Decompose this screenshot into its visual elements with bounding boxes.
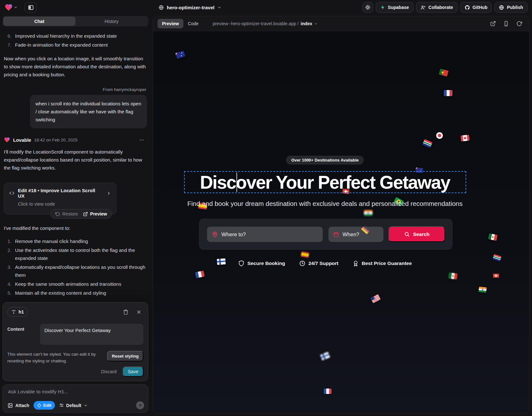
assistant-paragraph: I'll modify the LocationScroll component… (4, 148, 147, 172)
project-name: hero-optimizer-travel (167, 5, 214, 10)
tab-chat[interactable]: Chat (3, 17, 75, 26)
arrow-up-icon (138, 403, 143, 408)
trash-icon[interactable] (123, 309, 128, 315)
message-author-label: From harrymckayroper (4, 87, 146, 92)
search-button[interactable]: Search (389, 226, 445, 242)
element-tag-pill[interactable]: h1 (7, 307, 28, 317)
where-to-input[interactable]: Where to? (207, 227, 323, 242)
message-menu-button[interactable] (139, 137, 144, 143)
publish-button[interactable]: Publish (494, 2, 528, 13)
collaborate-button[interactable]: Collaborate (416, 2, 458, 13)
mobile-view-icon[interactable] (503, 21, 509, 26)
flag-mx-icon (448, 272, 458, 280)
content-textarea[interactable]: Discover Your Perfect Getaway (40, 324, 143, 345)
hero-features: Secure Booking24/7 SupportBest Price Gua… (238, 260, 412, 267)
styling-note: This element can't be styled. You can ed… (7, 351, 107, 364)
chevron-down-icon (314, 22, 318, 26)
crosshair-icon (37, 403, 42, 408)
map-pin-icon (212, 231, 218, 238)
globe-icon (158, 5, 164, 10)
flag-fr-icon (195, 270, 204, 278)
assistant-paragraph: Now when you click on a location image, … (4, 55, 147, 79)
flag-fr-icon (444, 90, 452, 96)
preview-url[interactable]: preview--hero-optimizer-travel.lovable.a… (212, 21, 318, 26)
lovable-heart-icon (4, 3, 13, 11)
edit-mode-button[interactable]: Edit (34, 401, 55, 410)
flag-es-icon (301, 251, 309, 258)
preview-canvas[interactable]: Over 1000+ Destinations Available Discov… (153, 31, 529, 413)
text-caret (236, 172, 237, 192)
github-button[interactable]: GitHub (460, 2, 492, 13)
feature-shield: Secure Booking (238, 260, 285, 267)
collaborate-label: Collaborate (428, 5, 453, 10)
discard-button[interactable]: Discard (101, 369, 117, 374)
edit-version-card[interactable]: Edit #18 • Improve Location Scroll UX Cl… (4, 183, 117, 215)
send-button[interactable] (136, 401, 144, 409)
edit-card-title: Edit #18 • Improve Location Scroll UX (18, 188, 103, 199)
tab-preview[interactable]: Preview (158, 19, 183, 28)
flag-pt-icon (439, 69, 449, 77)
flag-fi-icon (217, 258, 226, 265)
preview-label: Preview (90, 211, 107, 216)
github-label: GitHub (473, 5, 488, 10)
composer-input[interactable]: Ask Lovable to modify H1... (8, 389, 143, 395)
chat-scroll-area[interactable]: 6.Improved visual hierarchy in the expan… (3, 26, 148, 299)
github-icon (465, 5, 470, 10)
attach-button[interactable]: Attach (8, 403, 29, 408)
supabase-button[interactable]: Supabase (376, 2, 413, 13)
supabase-bolt-icon (380, 5, 385, 10)
mode-select[interactable]: Default (59, 403, 87, 408)
image-icon (8, 403, 13, 408)
save-button[interactable]: Save (123, 367, 143, 377)
chevron-down-icon (84, 404, 88, 407)
list-item: 2.Use the activeIndex state to control b… (4, 246, 147, 262)
attach-label: Attach (15, 403, 29, 408)
flag-us-icon (370, 294, 381, 303)
reset-styling-button[interactable]: Reset styling (107, 351, 143, 361)
toggle-sidebar-button[interactable] (25, 2, 37, 13)
edit-mode-label: Edit (43, 403, 52, 408)
hero-title[interactable]: Discover Your Perfect Getaway (200, 172, 450, 193)
code-icon (9, 191, 14, 196)
list-item: 5.Maintain all the existing content and … (4, 289, 147, 297)
preview-button[interactable]: Preview (83, 211, 107, 216)
url-host: preview--hero-optimizer-travel.lovable.a… (212, 21, 298, 26)
panel-left-icon (28, 4, 34, 11)
flag-fr-icon (324, 389, 331, 394)
settings-button[interactable] (362, 2, 373, 13)
search-icon (404, 231, 410, 237)
restore-button[interactable]: Restore (55, 211, 78, 216)
hero-subtitle: Find and book your dream destination wit… (187, 200, 463, 208)
flag-za-icon (422, 139, 432, 148)
tab-code[interactable]: Code (183, 19, 203, 28)
chevron-down-icon (217, 5, 221, 10)
tab-history[interactable]: History (75, 17, 148, 26)
assistant-paragraph: I've modified the component to: (4, 224, 147, 232)
project-switcher[interactable]: hero-optimizer-travel (158, 0, 221, 15)
assistant-message-header: Lovable 18:42 on Feb 20, 2025 (4, 137, 147, 143)
close-icon[interactable] (136, 309, 142, 315)
assistant-list-top: 6.Improved visual hierarchy in the expan… (4, 32, 147, 49)
search-label: Search (413, 231, 430, 237)
edit-card-subtitle: Click to view code (18, 201, 111, 207)
restore-label: Restore (62, 211, 78, 216)
element-editor-panel: h1 Content Discover Your Perfect Getaway… (3, 302, 148, 381)
lovable-logo-menu[interactable] (4, 3, 18, 11)
type-icon (12, 310, 16, 314)
feature-label: Secure Booking (247, 261, 285, 266)
when-input[interactable]: When? (328, 227, 383, 242)
flag-mx-icon (488, 233, 497, 241)
calendar-icon (333, 231, 339, 237)
lovable-heart-icon (4, 137, 10, 143)
content-label: Content (7, 324, 40, 345)
feature-clock: 24/7 Support (299, 260, 338, 267)
chat-composer: Ask Lovable to modify H1... Attach Edit … (3, 384, 148, 413)
list-item: 4.Keep the same smooth animations and tr… (4, 280, 147, 288)
mode-label: Default (66, 403, 81, 408)
award-icon (352, 260, 359, 267)
open-in-new-tab-icon[interactable] (490, 21, 496, 26)
refresh-icon[interactable] (516, 21, 522, 26)
restore-preview-pill: Restore Preview (50, 209, 112, 219)
when-placeholder: When? (343, 231, 359, 238)
gear-icon (365, 4, 371, 10)
